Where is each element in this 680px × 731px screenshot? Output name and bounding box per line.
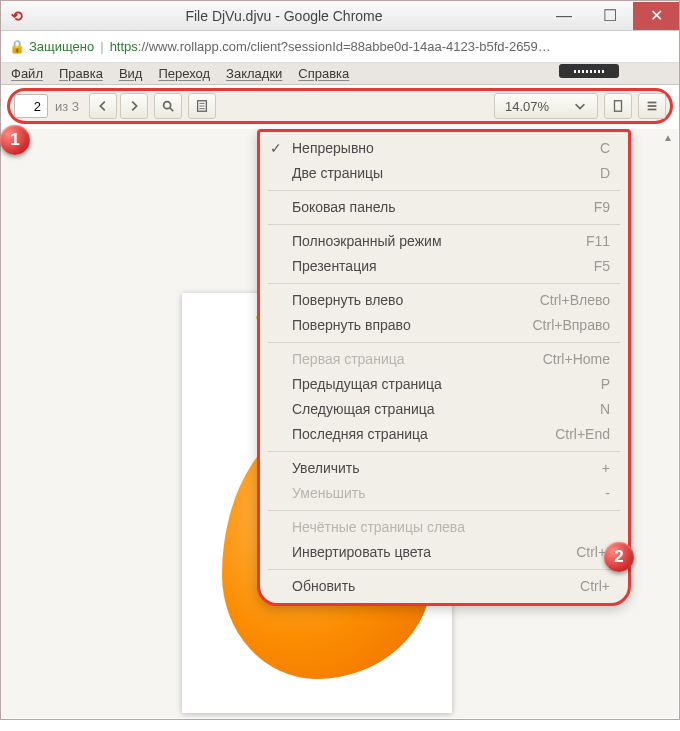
menu-item-label: Повернуть вправо bbox=[292, 315, 411, 336]
menu-shortcut: Ctrl+Home bbox=[543, 349, 610, 370]
menu-item-label: Полноэкранный режим bbox=[292, 231, 442, 252]
menu-shortcut: C bbox=[600, 138, 610, 159]
secure-indicator: 🔒 Защищено bbox=[9, 39, 94, 54]
menu-separator bbox=[268, 510, 620, 511]
zoom-dropdown[interactable]: 14.07% bbox=[494, 93, 598, 119]
document-icon bbox=[195, 99, 209, 113]
menu-first-page: Первая страница Ctrl+Home bbox=[260, 347, 628, 372]
address-bar: 🔒 Защищено | https://www.rollapp.com/cli… bbox=[1, 31, 679, 63]
menu-continuous[interactable]: ✓ Непрерывно C bbox=[260, 136, 628, 161]
page-nav-group: из 3 bbox=[14, 94, 83, 118]
menu-item-label: Уменьшить bbox=[292, 483, 365, 504]
menu-help[interactable]: Справка bbox=[298, 66, 349, 81]
menu-item-label: Предыдущая страница bbox=[292, 374, 442, 395]
window-controls: — ☐ ✕ bbox=[541, 2, 679, 30]
search-icon bbox=[161, 99, 175, 113]
secure-label: Защищено bbox=[29, 39, 94, 54]
menu-item-label: Увеличить bbox=[292, 458, 360, 479]
check-icon: ✓ bbox=[270, 138, 282, 159]
window-title: File DjVu.djvu - Google Chrome bbox=[27, 8, 541, 24]
menu-separator bbox=[268, 342, 620, 343]
svg-line-1 bbox=[170, 108, 174, 112]
menu-shortcut: Ctrl+ bbox=[580, 576, 610, 597]
menu-item-label: Следующая страница bbox=[292, 399, 435, 420]
page-number-input[interactable] bbox=[14, 94, 48, 118]
menu-odd-left: Нечётные страницы слева bbox=[260, 515, 628, 540]
menu-next-page[interactable]: Следующая страница N bbox=[260, 397, 628, 422]
toolbar: из 3 14.07% bbox=[7, 88, 673, 124]
menu-invert-colors[interactable]: Инвертировать цвета Ctrl+I bbox=[260, 540, 628, 565]
menu-shortcut: Ctrl+Влево bbox=[540, 290, 610, 311]
menu-item-label: Боковая панель bbox=[292, 197, 395, 218]
menu-sidebar[interactable]: Боковая панель F9 bbox=[260, 195, 628, 220]
browser-window: ⟲ File DjVu.djvu - Google Chrome — ☐ ✕ 🔒… bbox=[0, 0, 680, 720]
page-fit-button[interactable] bbox=[604, 93, 632, 119]
menu-dual-page[interactable]: Две страницы D bbox=[260, 161, 628, 186]
menu-item-label: Инвертировать цвета bbox=[292, 542, 431, 563]
prev-page-button[interactable] bbox=[89, 93, 117, 119]
callout-badge-2: 2 bbox=[604, 542, 634, 572]
menu-separator bbox=[268, 451, 620, 452]
page-icon bbox=[611, 99, 625, 113]
menu-last-page[interactable]: Последняя страница Ctrl+End bbox=[260, 422, 628, 447]
menu-shortcut: F9 bbox=[594, 197, 610, 218]
menu-shortcut: N bbox=[600, 399, 610, 420]
page-total-label: из 3 bbox=[51, 99, 83, 114]
lock-icon: 🔒 bbox=[9, 39, 25, 54]
menu-rotate-right[interactable]: Повернуть вправо Ctrl+Вправо bbox=[260, 313, 628, 338]
menu-shortcut: D bbox=[600, 163, 610, 184]
menu-shortcut: - bbox=[605, 483, 610, 504]
search-button[interactable] bbox=[154, 93, 182, 119]
menu-view[interactable]: Вид bbox=[119, 66, 143, 81]
nav-buttons bbox=[89, 93, 148, 119]
maximize-button[interactable]: ☐ bbox=[587, 2, 633, 30]
menu-presentation[interactable]: Презентация F5 bbox=[260, 254, 628, 279]
menu-item-label: Нечётные страницы слева bbox=[292, 517, 465, 538]
menu-separator bbox=[268, 283, 620, 284]
menu-item-label: Последняя страница bbox=[292, 424, 428, 445]
chevron-down-icon bbox=[573, 99, 587, 113]
keyboard-indicator-icon bbox=[559, 64, 619, 78]
separator: | bbox=[100, 39, 103, 54]
zoom-value: 14.07% bbox=[505, 99, 549, 114]
svg-point-0 bbox=[164, 102, 171, 109]
menu-separator bbox=[268, 569, 620, 570]
menu-item-label: Первая страница bbox=[292, 349, 405, 370]
hamburger-menu-button[interactable] bbox=[638, 93, 666, 119]
url-text[interactable]: https://www.rollapp.com/client?sessionId… bbox=[110, 39, 671, 54]
menu-shortcut: + bbox=[602, 458, 610, 479]
callout-badge-1: 1 bbox=[0, 125, 30, 155]
menu-separator bbox=[268, 224, 620, 225]
menu-item-label: Непрерывно bbox=[292, 138, 374, 159]
title-bar: ⟲ File DjVu.djvu - Google Chrome — ☐ ✕ bbox=[1, 1, 679, 31]
app-menubar: Файл Правка Вид Переход Закладки Справка bbox=[1, 63, 679, 85]
menu-shortcut: Ctrl+Вправо bbox=[532, 315, 610, 336]
menu-shortcut: P bbox=[601, 374, 610, 395]
scroll-up-icon[interactable]: ▲ bbox=[660, 129, 676, 145]
next-page-button[interactable] bbox=[120, 93, 148, 119]
menu-item-label: Две страницы bbox=[292, 163, 383, 184]
menu-edit[interactable]: Правка bbox=[59, 66, 103, 81]
minimize-button[interactable]: — bbox=[541, 2, 587, 30]
menu-item-label: Повернуть влево bbox=[292, 290, 403, 311]
menu-shortcut: F5 bbox=[594, 256, 610, 277]
menu-reload[interactable]: Обновить Ctrl+ bbox=[260, 574, 628, 599]
menu-rotate-left[interactable]: Повернуть влево Ctrl+Влево bbox=[260, 288, 628, 313]
menu-item-label: Обновить bbox=[292, 576, 355, 597]
menu-fullscreen[interactable]: Полноэкранный режим F11 bbox=[260, 229, 628, 254]
view-context-menu: ✓ Непрерывно C Две страницы D Боковая па… bbox=[257, 129, 631, 606]
document-properties-button[interactable] bbox=[188, 93, 216, 119]
close-button[interactable]: ✕ bbox=[633, 2, 679, 30]
hamburger-icon bbox=[645, 99, 659, 113]
menu-shortcut: F11 bbox=[586, 231, 610, 252]
menu-bookmarks[interactable]: Закладки bbox=[226, 66, 282, 81]
menu-zoom-in[interactable]: Увеличить + bbox=[260, 456, 628, 481]
chevron-right-icon bbox=[127, 99, 141, 113]
menu-item-label: Презентация bbox=[292, 256, 377, 277]
menu-go[interactable]: Переход bbox=[158, 66, 210, 81]
svg-rect-6 bbox=[615, 101, 622, 112]
favicon-icon: ⟲ bbox=[11, 8, 27, 24]
chevron-left-icon bbox=[96, 99, 110, 113]
menu-prev-page[interactable]: Предыдущая страница P bbox=[260, 372, 628, 397]
menu-file[interactable]: Файл bbox=[11, 66, 43, 81]
